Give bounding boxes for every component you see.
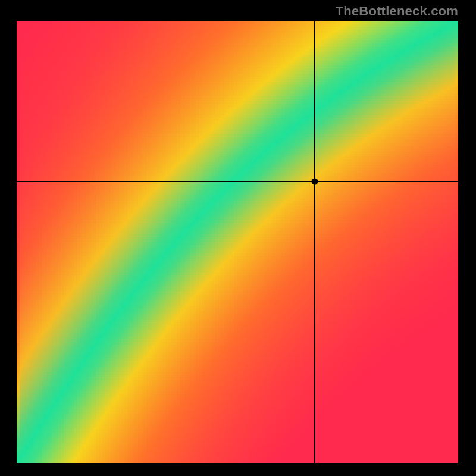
watermark-text: TheBottleneck.com — [336, 4, 458, 19]
heatmap-canvas — [17, 21, 458, 463]
chart-frame: TheBottleneck.com — [0, 0, 476, 476]
plot-area — [17, 21, 458, 463]
